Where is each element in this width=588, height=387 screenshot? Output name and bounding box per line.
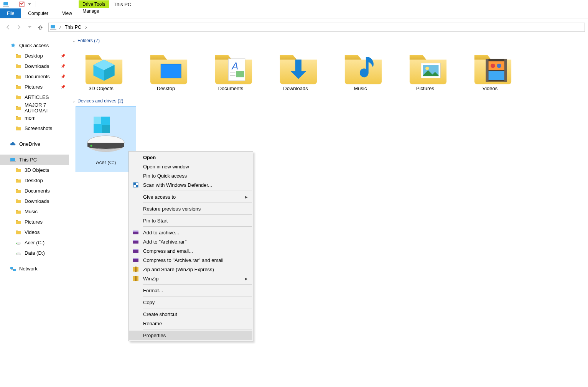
sidebar-onedrive[interactable]: OneDrive [0,139,69,149]
sidebar-quick-item[interactable]: Pictures📌 [0,82,69,92]
sidebar-quick-access[interactable]: Quick access [0,40,69,51]
group-header-drives[interactable]: ⌄ Devices and drives (2) [72,97,588,107]
sidebar-quick-item[interactable]: Screenshots [0,123,69,133]
sidebar-quick-item[interactable]: mom [0,113,69,123]
svg-point-12 [16,254,17,254]
ctx-pin-start[interactable]: Pin to Start [129,216,252,225]
nav-forward-icon[interactable] [16,25,21,30]
svg-rect-50 [133,240,138,241]
sidebar-quick-item[interactable]: ARTICLES [0,92,69,102]
ctx-zip-and-share[interactable]: Zip and Share (WinZip Express) [129,265,252,274]
sidebar-quick-item[interactable]: MAJOR 7 AUTOMAT [0,102,69,113]
svg-rect-5 [10,158,15,161]
ctx-add-archive[interactable]: Add to archive... [129,228,252,237]
ctx-compress-email[interactable]: Compress and email... [129,246,252,255]
network-icon [10,266,16,272]
thispc-icon [3,1,9,7]
ctx-properties[interactable]: Properties [129,331,252,340]
ctx-open-new-window[interactable]: Open in new window [129,162,252,171]
ctx-winzip[interactable]: WinZip▶ [129,274,252,283]
properties-quick-icon[interactable] [19,1,25,7]
tab-view[interactable]: View [55,8,79,18]
sidebar-quick-item[interactable]: Documents📌 [0,71,69,82]
sidebar-thispc-item[interactable]: Documents [0,186,69,196]
ctx-rename[interactable]: Rename [129,319,252,328]
winrar-icon [132,247,139,254]
svg-point-33 [491,64,495,68]
sidebar-thispc[interactable]: This PC [0,155,69,165]
pin-icon: 📌 [61,54,65,58]
tab-computer[interactable]: Computer [21,8,55,18]
qat-dropdown-icon[interactable] [28,3,31,6]
sidebar-thispc-item[interactable]: Data (D:) [0,248,69,258]
svg-rect-1 [3,6,9,7]
drive-tile[interactable]: Acer (C:) [76,107,136,172]
breadcrumb-sep-icon[interactable] [84,25,87,29]
svg-rect-58 [135,276,137,281]
ctx-format[interactable]: Format... [129,286,252,295]
ctx-restore-previous[interactable]: Restore previous versions [129,204,252,213]
sidebar-thispc-item[interactable]: Videos [0,227,69,237]
folder-icon [15,105,21,111]
sidebar-thispc-item[interactable]: Desktop [0,175,69,186]
sidebar-network[interactable]: Network [0,263,69,274]
ctx-scan-defender[interactable]: Scan with Windows Defender... [129,180,252,189]
ctx-copy[interactable]: Copy [129,298,252,307]
svg-rect-18 [161,64,181,78]
svg-rect-13 [10,267,13,269]
svg-rect-6 [10,161,16,162]
folder-icon [15,84,21,90]
nav-recent-dropdown-icon[interactable] [27,25,32,30]
thispc-icon [50,24,56,30]
ctx-add-archive-rar[interactable]: Add to "Archive.rar" [129,237,252,246]
folder-icon [83,46,120,83]
drive-icon [15,250,21,256]
folder-icon [15,63,21,69]
folder-icon [15,125,21,132]
folder-tile[interactable]: Videos [468,46,512,91]
breadcrumb-sep-icon[interactable] [59,25,62,29]
tab-file[interactable]: File [0,8,21,18]
folder-tile[interactable]: A Documents [209,46,253,91]
ribbon-tabs: File Computer View Manage [0,8,588,18]
address-bar[interactable]: This PC [48,23,585,32]
tab-manage[interactable]: Manage [79,8,103,14]
svg-point-42 [87,144,124,149]
ctx-create-shortcut[interactable]: Create shortcut [129,310,252,319]
sidebar-thispc-item[interactable]: Acer (C:) [0,237,69,248]
folder-tile[interactable]: Desktop [144,46,188,91]
breadcrumb-root[interactable]: This PC [64,25,82,30]
group-header-folders[interactable]: ⌄ Folders (7) [72,36,588,46]
chevron-right-icon: ▶ [245,195,248,199]
folder-icon [342,46,379,83]
ctx-open[interactable]: Open [129,153,252,162]
sidebar-thispc-item[interactable]: Pictures [0,217,69,227]
chevron-down-icon: ⌄ [72,39,75,43]
ctx-pin-quick-access[interactable]: Pin to Quick access [129,171,252,180]
sidebar-quick-item[interactable]: Downloads📌 [0,61,69,71]
ctx-compress-rar-email[interactable]: Compress to "Archive.rar" and email [129,255,252,265]
context-menu: Open Open in new window Pin to Quick acc… [128,151,253,341]
folder-tile[interactable]: Music [338,46,382,91]
folder-icon: A [212,46,249,83]
sidebar-thispc-item[interactable]: Downloads [0,196,69,206]
sidebar-quick-item[interactable]: Desktop📌 [0,51,69,61]
svg-rect-36 [94,117,101,124]
folder-tile[interactable]: Pictures [403,46,447,91]
folder-tile[interactable]: Downloads [273,46,318,91]
folder-icon [472,46,509,83]
nav-up-icon[interactable] [38,25,43,30]
svg-rect-22 [236,71,244,77]
ctx-give-access-to[interactable]: Give access to▶ [129,192,252,201]
shield-icon [132,181,139,188]
sidebar-thispc-item[interactable]: 3D Objects [0,165,69,175]
folder-tile[interactable]: 3D Objects [79,46,123,91]
svg-rect-32 [488,71,504,80]
nav-back-icon[interactable] [5,25,11,30]
sidebar-thispc-item[interactable]: Music [0,206,69,217]
folder-icon [15,188,21,194]
star-icon [10,43,16,49]
drive-icon [83,111,129,157]
svg-point-9 [16,243,17,244]
svg-point-11 [16,252,21,255]
